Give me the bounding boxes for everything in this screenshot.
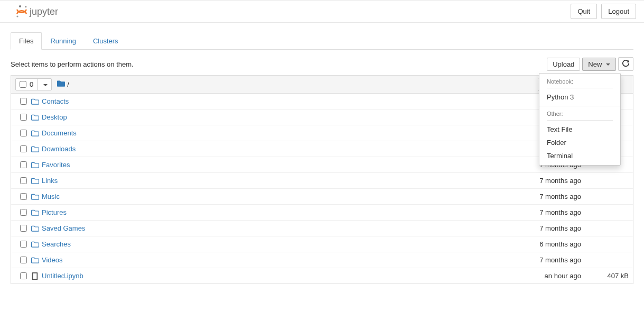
row-name-link[interactable]: Saved Games [42, 224, 497, 232]
row-modified: an hour ago [497, 272, 592, 280]
refresh-button[interactable] [618, 57, 633, 71]
row-modified: 7 months ago [497, 208, 592, 216]
folder-icon [31, 162, 42, 168]
select-all-group[interactable]: 0 [15, 78, 52, 90]
row-checkbox[interactable] [20, 193, 27, 200]
folder-icon [31, 257, 42, 263]
row-name-link[interactable]: Favorites [42, 161, 497, 169]
file-row: Links7 months ago [11, 172, 633, 188]
folder-icon [31, 241, 42, 248]
new-button[interactable]: New [582, 58, 616, 71]
row-name-link[interactable]: Desktop [42, 113, 497, 121]
breadcrumb[interactable]: / [57, 80, 69, 88]
upload-button[interactable]: Upload [547, 58, 580, 71]
folder-icon [31, 209, 42, 216]
selected-count: 0 [30, 80, 33, 88]
row-modified: 7 months ago [497, 224, 592, 232]
row-checkbox[interactable] [20, 177, 27, 184]
svg-point-0 [19, 5, 21, 7]
header: jupyter Quit Logout [0, 0, 644, 23]
file-row: Music7 months ago [11, 188, 633, 204]
row-modified: 6 months ago [497, 240, 592, 248]
file-row: Untitled.ipynban hour ago407 kB [11, 268, 633, 284]
select-menu-toggle[interactable] [38, 79, 51, 90]
row-modified: 7 months ago [497, 193, 592, 200]
row-name-link[interactable]: Searches [42, 240, 497, 248]
row-name-link[interactable]: Videos [42, 256, 497, 264]
new-python3[interactable]: Python 3 [539, 90, 620, 104]
breadcrumb-sep: / [67, 80, 69, 88]
folder-icon [31, 178, 42, 184]
svg-point-2 [25, 6, 27, 7]
file-row: Pictures7 months ago [11, 204, 633, 220]
row-checkbox[interactable] [20, 241, 27, 248]
folder-icon [31, 194, 42, 200]
row-checkbox[interactable] [20, 272, 27, 279]
folder-icon [31, 225, 42, 232]
file-row: Videos7 months ago [11, 252, 633, 268]
folder-icon [31, 146, 42, 152]
tab-running[interactable]: Running [42, 32, 84, 50]
row-name-link[interactable]: Documents [42, 129, 497, 137]
row-name-link[interactable]: Links [42, 177, 497, 185]
row-size: 407 kB [592, 272, 629, 280]
row-checkbox[interactable] [20, 145, 27, 152]
tab-clusters[interactable]: Clusters [85, 32, 127, 50]
row-name-link[interactable]: Contacts [42, 97, 497, 105]
new-dropdown: Notebook: Python 3 Other: Text File Fold… [539, 73, 621, 166]
row-checkbox[interactable] [20, 114, 27, 121]
row-checkbox[interactable] [20, 225, 27, 232]
row-name-link[interactable]: Music [42, 193, 497, 200]
tab-files[interactable]: Files [11, 32, 42, 50]
row-name-link[interactable]: Untitled.ipynb [42, 272, 497, 280]
new-button-label: New [588, 60, 602, 68]
row-checkbox[interactable] [20, 130, 27, 136]
folder-icon [31, 114, 42, 121]
new-terminal[interactable]: Terminal [539, 149, 620, 162]
folder-icon [31, 98, 42, 105]
file-row: Saved Games7 months ago [11, 220, 633, 236]
new-text-file[interactable]: Text File [539, 123, 620, 136]
row-checkbox[interactable] [20, 209, 27, 216]
new-folder[interactable]: Folder [539, 136, 620, 149]
dropdown-section-notebook: Notebook: [539, 76, 620, 86]
folder-icon [31, 130, 42, 136]
refresh-icon [622, 60, 629, 68]
jupyter-logo[interactable]: jupyter [11, 5, 69, 19]
row-checkbox[interactable] [20, 161, 27, 168]
dropdown-section-other: Other: [539, 108, 620, 118]
quit-button[interactable]: Quit [571, 4, 597, 19]
instruction-text: Select items to perform actions on them. [11, 60, 134, 68]
file-row: Searches6 months ago [11, 236, 633, 252]
row-checkbox[interactable] [20, 98, 27, 105]
logout-button[interactable]: Logout [601, 4, 636, 19]
notebook-icon [31, 272, 42, 280]
folder-icon [57, 80, 65, 88]
select-all-checkbox[interactable] [20, 81, 26, 88]
row-modified: 7 months ago [497, 256, 592, 264]
row-name-link[interactable]: Downloads [42, 145, 497, 153]
row-checkbox[interactable] [20, 257, 27, 263]
row-modified: 7 months ago [497, 177, 592, 185]
svg-point-1 [16, 15, 18, 17]
svg-text:jupyter: jupyter [29, 6, 58, 17]
chevron-down-icon [43, 84, 48, 86]
chevron-down-icon [606, 63, 610, 66]
row-name-link[interactable]: Pictures [42, 208, 497, 216]
tabs: Files Running Clusters [11, 32, 633, 50]
